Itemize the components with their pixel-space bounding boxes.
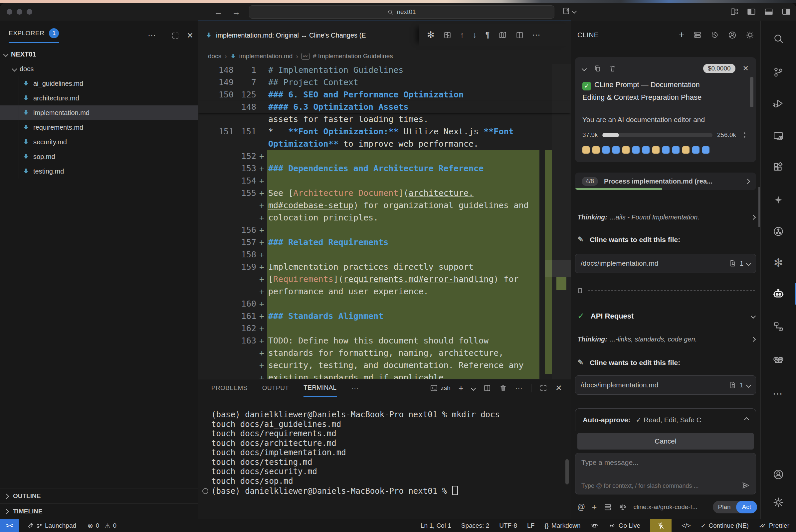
breadcrumb-item[interactable]: # Implementation Guidelines — [313, 53, 393, 60]
settings-gear-icon[interactable] — [745, 31, 755, 40]
plan-option[interactable]: Plan — [713, 504, 736, 511]
chevron-up-icon[interactable] — [744, 417, 749, 423]
scrollbar-thumb[interactable] — [565, 459, 569, 484]
toggle-left-sidebar-icon[interactable] — [747, 7, 756, 16]
account-icon[interactable] — [761, 462, 796, 487]
kill-terminal-icon[interactable] — [499, 384, 507, 392]
plan-act-toggle[interactable]: Plan Act — [713, 501, 757, 513]
cline-robot-icon[interactable] — [761, 282, 796, 306]
shell-selector[interactable]: zsh — [430, 384, 451, 392]
terminal-more-icon[interactable]: ⋯ — [515, 384, 523, 392]
command-decoration-icon[interactable] — [202, 488, 208, 494]
search-icon[interactable] — [761, 26, 796, 51]
source-control-icon[interactable] — [761, 60, 796, 84]
problems-item[interactable]: ⊗ 0 ⚠ 0 — [88, 522, 116, 530]
remote-indicator[interactable]: >< — [0, 519, 19, 532]
chevron-down-icon[interactable] — [471, 385, 476, 391]
auto-approve-section[interactable]: Auto-approve: ✓ Read, Edit, Safe C — [575, 408, 756, 431]
settings-gear-icon[interactable] — [761, 491, 796, 514]
mention-icon[interactable]: @ — [577, 503, 585, 512]
maximize-panel-icon[interactable] — [539, 384, 547, 392]
chevron-down-icon[interactable] — [746, 382, 752, 388]
scales-icon[interactable] — [619, 503, 627, 511]
thinking-row[interactable]: Thinking: ...-links, standards, code gen… — [577, 336, 755, 343]
copilot-status-icon[interactable] — [591, 522, 599, 530]
sparkle-icon[interactable] — [761, 188, 796, 212]
back-icon[interactable]: ← — [212, 6, 224, 18]
close-sidebar-icon[interactable]: ✕ — [187, 31, 193, 40]
message-input[interactable]: Type a message... Type @ for context, / … — [575, 453, 756, 494]
model-selector[interactable]: cline:x-ai/grok-code-f... — [634, 504, 706, 511]
task-progress-row[interactable]: 4/8 Process implementation.md (rea... — [575, 173, 756, 190]
language-mode[interactable]: {} Markdown — [544, 522, 580, 529]
account-icon[interactable] — [728, 31, 737, 40]
flash-disabled-badge[interactable] — [650, 519, 672, 532]
close-task-icon[interactable]: ✕ — [743, 64, 749, 73]
tree-folder-docs[interactable]: docs — [0, 61, 198, 76]
breadcrumb-item[interactable]: implementation.md — [239, 53, 293, 60]
explorer-more-actions-icon[interactable]: ⋯ — [148, 31, 157, 40]
timeline-section[interactable]: TIMELINE — [0, 504, 198, 519]
command-center-search[interactable]: next01 — [249, 5, 555, 19]
customize-layout-icon[interactable] — [730, 7, 739, 16]
inline-diff-icon[interactable] — [443, 31, 452, 39]
zoom-window-icon[interactable] — [26, 9, 32, 15]
dependency-graph-icon[interactable] — [761, 220, 796, 243]
file-path-box[interactable]: /docs/implementation.md 1 — [575, 375, 756, 395]
copilot-menu-button[interactable] — [562, 7, 576, 15]
extensions-icon[interactable] — [761, 156, 796, 179]
cancel-button[interactable]: Cancel — [577, 433, 754, 450]
minimap-slider[interactable] — [545, 260, 571, 277]
collapse-task-icon[interactable] — [582, 66, 587, 71]
remote-explorer-icon[interactable] — [761, 124, 796, 148]
collapse-context-icon[interactable] — [741, 131, 749, 139]
launchpad-item[interactable]: Launchpad — [26, 522, 76, 529]
panel-more-tabs-icon[interactable]: ⋯ — [351, 384, 359, 392]
go-live-item[interactable]: Go Live — [609, 522, 640, 529]
file-item[interactable]: architecture.md — [0, 91, 198, 106]
tab-output[interactable]: OUTPUT — [262, 379, 289, 397]
chat-agents-icon[interactable] — [761, 348, 796, 372]
split-terminal-icon[interactable] — [483, 384, 491, 392]
next-change-icon[interactable]: ↓ — [473, 30, 477, 40]
prettier-item[interactable]: ✓✓ Prettier — [759, 522, 789, 530]
new-terminal-icon[interactable]: + — [458, 383, 464, 393]
outline-section[interactable]: OUTLINE — [0, 488, 198, 504]
thinking-row[interactable]: Thinking: ...ails - Found Implementation… — [577, 213, 755, 221]
tab-implementation-diff[interactable]: implementation.md: Original ↔ Cline's Ch… — [198, 21, 426, 49]
chevron-down-icon[interactable] — [746, 261, 752, 266]
openai-icon[interactable]: ✻ — [761, 251, 796, 274]
mcp-servers-icon[interactable] — [693, 31, 702, 39]
eol-sequence[interactable]: LF — [527, 522, 535, 529]
new-task-icon[interactable]: + — [679, 32, 685, 38]
file-item[interactable]: sop.md — [0, 149, 198, 164]
delete-task-icon[interactable] — [609, 64, 617, 73]
toggle-panel-icon[interactable] — [764, 7, 773, 16]
openai-icon[interactable]: ✻ — [427, 30, 435, 40]
toggle-right-sidebar-icon[interactable] — [781, 7, 791, 16]
history-icon[interactable] — [710, 31, 719, 39]
minimize-window-icon[interactable] — [17, 9, 22, 15]
tab-terminal[interactable]: TERMINAL — [304, 379, 337, 397]
more-extensions-icon[interactable]: ⋯ — [761, 381, 796, 405]
mcp-servers-icon[interactable] — [604, 503, 612, 511]
encoding[interactable]: UTF-8 — [499, 522, 517, 529]
scrollbar-thumb[interactable] — [758, 187, 760, 227]
file-path-box[interactable]: /docs/implementation.md 1 — [575, 254, 756, 273]
api-request-row[interactable]: ✓ API Request — [577, 311, 755, 321]
previous-change-icon[interactable]: ↑ — [460, 30, 464, 40]
scrollbar-thumb[interactable] — [750, 77, 754, 107]
copy-icon[interactable] — [593, 64, 601, 73]
close-window-icon[interactable] — [7, 9, 12, 15]
map-icon[interactable] — [499, 31, 507, 39]
file-item[interactable]: testing.md — [0, 164, 198, 178]
file-item[interactable]: security.md — [0, 135, 198, 149]
cursor-position[interactable]: Ln 1, Col 1 — [421, 522, 451, 529]
breadcrumb[interactable]: docs › implementation.md › abc # Impleme… — [198, 49, 571, 64]
indentation[interactable]: Spaces: 2 — [461, 522, 489, 529]
focus-view-icon[interactable] — [171, 32, 179, 40]
close-panel-icon[interactable]: ✕ — [556, 383, 562, 393]
terminal-output[interactable]: (base) danielkliewer@Daniels-MacBook-Pro… — [198, 397, 571, 519]
add-context-icon[interactable]: + — [592, 502, 597, 512]
continue-item[interactable]: ✓ Continue (NE) — [701, 522, 749, 530]
